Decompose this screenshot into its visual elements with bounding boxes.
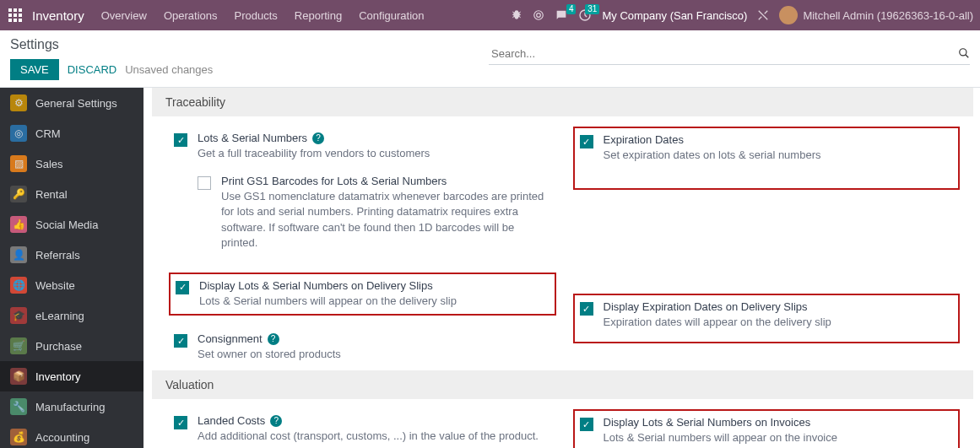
top-navbar: Inventory Overview Operations Products R…	[0, 0, 980, 30]
gs1-label: Print GS1 Barcodes for Lots & Serial Num…	[221, 175, 447, 187]
menu-overview[interactable]: Overview	[101, 9, 147, 22]
setting-display-lots-invoice: ✓ Display Lots & Serial Numbers on Invoi…	[573, 409, 961, 448]
activities-icon[interactable]: 31	[578, 8, 592, 22]
checkbox-landed-costs[interactable]: ✓	[174, 416, 187, 429]
page-title: Settings	[10, 37, 213, 52]
sidebar-item-crm[interactable]: ◎CRM	[0, 118, 143, 148]
exp-slip-desc: Expiration dates will appear on the deli…	[604, 315, 954, 330]
svg-rect-4	[14, 13, 17, 17]
user-menu[interactable]: Mitchell Admin (19626363-16-0-all)	[779, 6, 973, 24]
expiration-dates-desc: Set expiration dates on lots & serial nu…	[604, 148, 954, 163]
sidebar-item-manufacturing[interactable]: 🔧Manufacturing	[0, 391, 143, 422]
menu-operations[interactable]: Operations	[164, 9, 218, 22]
menu-configuration[interactable]: Configuration	[359, 9, 424, 22]
help-icon[interactable]: ?	[312, 132, 324, 144]
sidebar-item-accounting[interactable]: 💰Accounting	[0, 422, 143, 448]
checkbox-lots-serial[interactable]: ✓	[174, 133, 187, 147]
lots-serial-desc: Get a full traceability from vendors to …	[198, 146, 551, 161]
search-icon[interactable]	[958, 47, 970, 59]
svg-line-13	[966, 55, 969, 58]
svg-rect-1	[14, 8, 17, 12]
menu-reporting[interactable]: Reporting	[295, 9, 342, 22]
control-panel: Settings SAVE DISCARD Unsaved changes	[0, 30, 980, 88]
gs1-desc: Use GS1 nomenclature datamatrix whenever…	[221, 189, 546, 251]
menu-products[interactable]: Products	[234, 9, 277, 22]
landed-costs-desc: Add additional cost (transport, customs,…	[198, 429, 551, 444]
consignment-desc: Set owner on stored products	[198, 347, 551, 362]
consignment-label: Consignment	[198, 332, 263, 345]
landed-costs-label: Landed Costs	[198, 414, 265, 427]
setting-expiration-dates: ✓ Expiration Dates Set expiration dates …	[573, 127, 961, 190]
systray: 4 31 My Company (San Francisco) Mitchell…	[511, 6, 973, 24]
app-brand[interactable]: Inventory	[32, 8, 84, 23]
bug-icon[interactable]	[511, 9, 522, 21]
svg-rect-8	[19, 19, 22, 22]
sidebar-item-rental[interactable]: 🔑Rental	[0, 179, 143, 209]
setting-exp-slip: ✓ Display Expiration Dates on Delivery S…	[573, 294, 961, 343]
discard-button[interactable]: DISCARD	[68, 63, 117, 76]
company-selector[interactable]: My Company (San Francisco)	[602, 9, 747, 22]
sidebar-item-website[interactable]: 🌐Website	[0, 270, 143, 300]
svg-rect-2	[19, 8, 22, 12]
messages-badge: 4	[566, 4, 577, 14]
display-lots-invoice-label: Display Lots & Serial Numbers on Invoice…	[604, 416, 811, 429]
expiration-dates-label: Expiration Dates	[604, 133, 684, 146]
display-lots-slip-label: Display Lots & Serial Numbers on Deliver…	[199, 279, 433, 292]
checkbox-display-lots-slip[interactable]: ✓	[176, 281, 189, 294]
sidebar-item-general-settings[interactable]: ⚙General Settings	[0, 88, 143, 118]
svg-rect-0	[8, 8, 12, 12]
svg-rect-3	[8, 13, 12, 17]
main-menu: Overview Operations Products Reporting C…	[101, 9, 441, 22]
checkbox-consignment[interactable]: ✓	[174, 334, 187, 348]
svg-rect-5	[19, 13, 22, 17]
apps-icon[interactable]	[7, 7, 24, 24]
help-icon[interactable]: ?	[268, 333, 279, 345]
section-traceability: Traceability	[152, 88, 973, 116]
settings-content: Traceability ✓ Lots & Serial Numbers? Ge…	[143, 88, 980, 448]
setting-gs1: Print GS1 Barcodes for Lots & Serial Num…	[198, 170, 551, 256]
save-button[interactable]: SAVE	[10, 59, 59, 80]
sidebar-item-purchase[interactable]: 🛒Purchase	[0, 331, 143, 361]
avatar	[779, 6, 798, 24]
sidebar-item-elearning[interactable]: 🎓eLearning	[0, 300, 143, 331]
svg-rect-7	[14, 19, 17, 22]
svg-point-10	[537, 13, 541, 18]
activities-badge: 31	[585, 4, 599, 14]
settings-sidebar: ⚙General Settings ◎CRM ▨Sales 🔑Rental 👍S…	[0, 88, 143, 448]
search-bar[interactable]	[489, 43, 970, 65]
display-lots-slip-desc: Lots & Serial numbers will appear on the…	[199, 294, 550, 309]
tools-icon[interactable]	[757, 9, 769, 21]
sidebar-item-inventory[interactable]: 📦Inventory	[0, 361, 143, 391]
setting-landed-costs: ✓ Landed Costs? Add additional cost (tra…	[169, 409, 556, 448]
sidebar-item-social-media[interactable]: 👍Social Media	[0, 209, 143, 240]
user-name: Mitchell Admin (19626363-16-0-all)	[803, 9, 973, 22]
exp-slip-label: Display Expiration Dates on Delivery Sli…	[604, 300, 808, 313]
section-valuation: Valuation	[152, 370, 973, 399]
svg-point-12	[960, 49, 966, 56]
search-input[interactable]	[489, 43, 958, 64]
checkbox-expiration-dates[interactable]: ✓	[580, 135, 593, 148]
svg-rect-6	[8, 19, 12, 22]
lots-serial-label: Lots & Serial Numbers	[198, 132, 307, 144]
svg-point-9	[534, 11, 544, 20]
checkbox-exp-slip[interactable]: ✓	[580, 302, 593, 316]
help-icon[interactable]: ?	[270, 415, 282, 427]
checkbox-display-lots-invoice[interactable]: ✓	[580, 418, 593, 431]
setting-display-lots-slip: ✓ Display Lots & Serial Numbers on Deliv…	[169, 273, 556, 316]
checkbox-gs1[interactable]	[198, 176, 211, 190]
display-lots-invoice-desc: Lots & Serial numbers will appear on the…	[604, 430, 954, 445]
messages-icon[interactable]: 4	[555, 8, 568, 22]
unsaved-indicator: Unsaved changes	[125, 63, 213, 76]
sidebar-item-referrals[interactable]: 👤Referrals	[0, 240, 143, 270]
setting-lots-serial: ✓ Lots & Serial Numbers? Get a full trac…	[169, 127, 556, 261]
setting-consignment: ✓ Consignment? Set owner on stored produ…	[169, 327, 556, 367]
support-icon[interactable]	[533, 9, 544, 21]
sidebar-item-sales[interactable]: ▨Sales	[0, 148, 143, 179]
